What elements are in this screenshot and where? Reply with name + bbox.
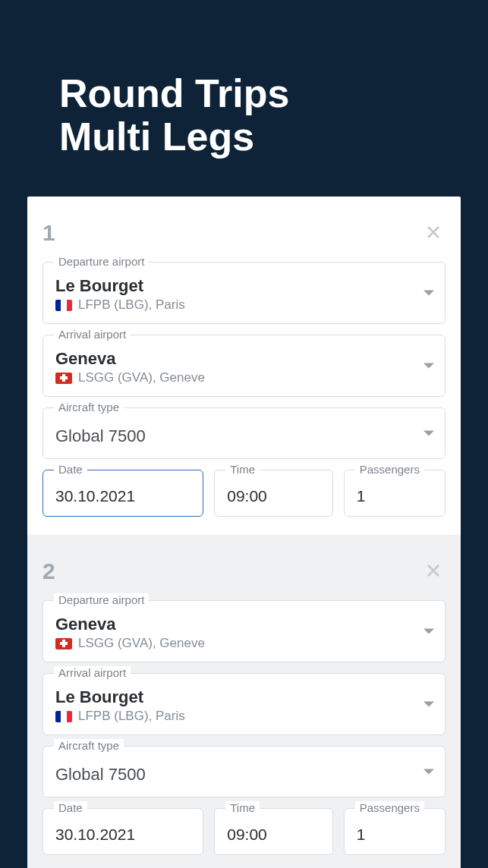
field-label: Aircraft type — [54, 401, 124, 414]
arrival-airport-select[interactable]: Arrival airport Geneva LSGG (GVA), Genev… — [43, 335, 445, 397]
flag-france-icon — [55, 300, 72, 311]
date-value: 30.10.2021 — [55, 822, 190, 844]
remove-leg-button[interactable] — [421, 556, 445, 587]
airport-subline: LFPB (LBG), Paris — [55, 297, 411, 313]
flag-france-icon — [55, 711, 72, 722]
leg-card-1: 1 Departure airport Le Bourget LFPB (LBG… — [27, 197, 461, 535]
departure-airport-select[interactable]: Departure airport Le Bourget LFPB (LBG),… — [43, 262, 445, 324]
aircraft-value: Global 7500 — [55, 760, 411, 786]
flag-switzerland-icon — [55, 373, 72, 384]
title-line-2: Multi Legs — [59, 115, 488, 159]
field-label: Time — [225, 463, 260, 476]
chevron-down-icon — [423, 363, 434, 369]
chevron-down-icon — [423, 702, 434, 707]
airport-subline: LSGG (GVA), Geneve — [55, 636, 411, 651]
leg-header: 2 — [43, 556, 445, 587]
leg-number: 2 — [43, 558, 55, 584]
time-input[interactable]: Time 09:00 — [214, 470, 333, 517]
date-value: 30.10.2021 — [55, 484, 190, 505]
leg-number: 1 — [43, 220, 55, 246]
aircraft-type-select[interactable]: Aircraft type Global 7500 — [43, 407, 445, 459]
legs-form: 1 Departure airport Le Bourget LFPB (LBG… — [27, 197, 461, 868]
close-icon — [424, 561, 442, 580]
field-label: Arrival airport — [54, 328, 131, 341]
date-time-pax-row: Date 30.10.2021 Time 09:00 Passengers 1 — [43, 470, 445, 517]
field-label: Aircraft type — [54, 739, 124, 752]
chevron-down-icon — [423, 431, 434, 436]
leg-card-2: 2 Departure airport Geneva LSGG (GVA), G… — [27, 535, 461, 868]
airport-code: LSGG (GVA), Geneve — [78, 636, 205, 651]
airport-name: Le Bourget — [55, 276, 411, 296]
airport-code: LFPB (LBG), Paris — [78, 709, 185, 724]
airport-code: LFPB (LBG), Paris — [78, 297, 185, 313]
airport-name: Geneva — [55, 349, 411, 369]
time-value: 09:00 — [227, 822, 320, 844]
airport-name: Le Bourget — [55, 687, 411, 707]
field-label: Departure airport — [54, 255, 149, 268]
flag-switzerland-icon — [55, 638, 72, 649]
arrival-airport-select[interactable]: Arrival airport Le Bourget LFPB (LBG), P… — [43, 673, 445, 735]
chevron-down-icon — [423, 629, 434, 634]
aircraft-value: Global 7500 — [55, 422, 411, 448]
field-label: Date — [54, 801, 87, 814]
departure-airport-select[interactable]: Departure airport Geneva LSGG (GVA), Gen… — [43, 600, 445, 662]
airport-subline: LSGG (GVA), Geneve — [55, 370, 411, 385]
field-label: Arrival airport — [54, 666, 131, 679]
passengers-value: 1 — [357, 822, 433, 844]
airport-subline: LFPB (LBG), Paris — [55, 709, 411, 724]
field-label: Passengers — [355, 463, 424, 476]
remove-leg-button[interactable] — [421, 218, 445, 248]
airport-name: Geneva — [55, 615, 411, 634]
field-label: Departure airport — [54, 593, 149, 606]
date-input[interactable]: Date 30.10.2021 — [43, 808, 203, 855]
chevron-down-icon — [423, 291, 434, 296]
close-icon — [424, 223, 442, 241]
field-label: Passengers — [355, 801, 424, 814]
date-time-pax-row: Date 30.10.2021 Time 09:00 Passengers 1 — [43, 808, 445, 855]
date-input[interactable]: Date 30.10.2021 — [43, 470, 203, 517]
passengers-value: 1 — [357, 484, 433, 505]
title-line-1: Round Trips — [59, 72, 488, 115]
leg-header: 1 — [43, 218, 445, 248]
field-label: Time — [225, 801, 260, 814]
aircraft-type-select[interactable]: Aircraft type Global 7500 — [43, 746, 445, 797]
time-input[interactable]: Time 09:00 — [214, 808, 333, 855]
passengers-input[interactable]: Passengers 1 — [344, 808, 445, 855]
airport-code: LSGG (GVA), Geneve — [78, 370, 205, 385]
chevron-down-icon — [423, 769, 434, 775]
field-label: Date — [54, 463, 87, 476]
time-value: 09:00 — [227, 484, 320, 505]
passengers-input[interactable]: Passengers 1 — [344, 470, 445, 517]
page-title: Round Trips Multi Legs — [0, 0, 488, 197]
